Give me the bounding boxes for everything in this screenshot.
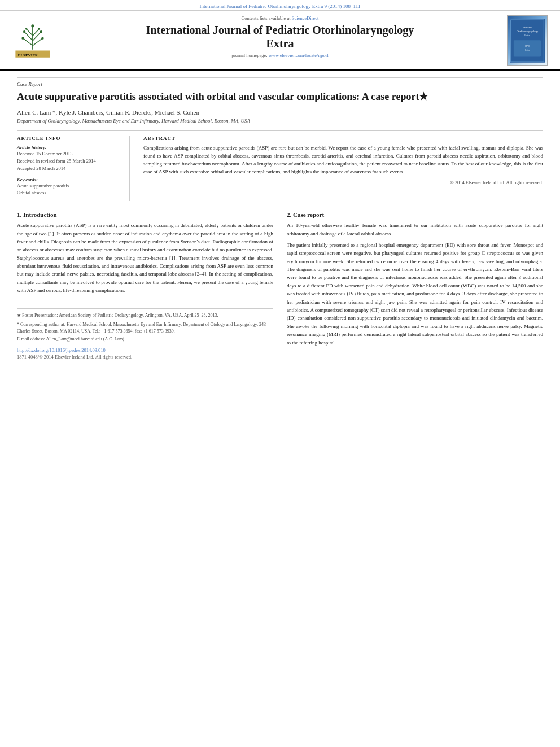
body-columns: 1. Introduction Acute suppurative paroti… [17,211,543,360]
keywords-label: Keywords: [17,177,121,182]
elsevier-logo-area: ELSEVIER [10,15,55,66]
footnote-section: ★ Poster Presentation: American Society … [17,308,273,360]
abstract-column: Abstract Complications arising from acut… [143,136,543,201]
main-content: Case Report Acute suppurative parotitis … [0,77,560,360]
article-history: Article history: Received 15 December 20… [17,145,121,172]
article-info-abstract-section: Article Info Article history: Received 1… [17,130,543,201]
cover-svg: Pediatric Otorhinolaryngology Extra IJPO… [510,15,545,66]
sciencedirect-link[interactable]: ScienceDirect [292,15,319,21]
history-label: Article history: [17,145,121,150]
svg-point-13 [38,28,41,30]
introduction-text: Acute suppurative parotitis (ASP) is a r… [17,221,273,295]
elsevier-logo-icon: ELSEVIER [13,21,53,60]
case-report-paragraph-2: The patient initially presented to a reg… [287,241,543,347]
article-info-column: Article Info Article history: Received 1… [17,136,130,201]
keywords-section: Keywords: Acute suppurative parotitis Or… [17,177,121,197]
issn-line: 1871-4048/© 2014 Elsevier Ireland Ltd. A… [17,354,273,360]
svg-text:Extra: Extra [525,49,530,51]
affiliation-line: Department of Otolaryngology, Massachuse… [17,118,543,124]
received-date-2: Received in revised form 25 March 2014 [17,158,121,165]
contents-line: Contents lists available at ScienceDirec… [61,15,499,21]
journal-title: International Journal of Pediatric Otorh… [61,23,499,50]
svg-text:IJPO: IJPO [525,45,530,47]
footnote-corresponding: * Corresponding author at: Harvard Medic… [17,321,273,335]
svg-point-10 [23,30,25,33]
case-report-heading: 2. Case report [287,211,543,218]
svg-line-3 [24,32,33,41]
svg-text:Pediatric: Pediatric [523,26,533,29]
section-label: Case Report [17,77,543,87]
svg-point-15 [41,37,43,39]
keyword-1: Acute suppurative parotitis [17,182,121,190]
svg-line-4 [33,32,41,41]
journal-cover-area: Pediatric Otorhinolaryngology Extra IJPO… [505,15,550,66]
footnote-email: E-mail address: Allen_Lam@meei.harvard.e… [17,336,273,343]
svg-text:Extra: Extra [524,34,531,37]
keyword-2: Orbital abscess [17,189,121,196]
journal-ref-text: International Journal of Pediatric Otorh… [200,3,361,9]
introduction-column: 1. Introduction Acute suppurative paroti… [17,211,273,360]
introduction-heading: 1. Introduction [17,211,273,218]
accepted-date: Accepted 28 March 2014 [17,165,121,172]
homepage-line: journal homepage: www.elsevier.com/locat… [61,53,499,58]
journal-center-info: Contents lists available at ScienceDirec… [55,15,505,66]
footnote-star: ★ Poster Presentation: American Society … [17,312,273,319]
svg-text:ELSEVIER: ELSEVIER [18,53,38,58]
case-report-column: 2. Case report An 18-year-old otherwise … [287,211,543,360]
abstract-text: Complications arising from acute suppura… [143,145,543,176]
svg-point-11 [40,30,42,33]
svg-point-14 [21,37,24,39]
doi-line[interactable]: http://dx.doi.org/10.1016/j.pedex.2014.0… [17,347,273,353]
journal-reference-bar: International Journal of Pediatric Otorh… [0,0,560,11]
case-report-paragraph-1: An 18-year-old otherwise healthy female … [287,221,543,238]
journal-cover-image: Pediatric Otorhinolaryngology Extra IJPO… [507,15,548,66]
received-date-1: Received 15 December 2013 [17,150,121,158]
abstract-heading: Abstract [143,136,543,141]
svg-text:Otorhinolaryngology: Otorhinolaryngology [517,30,539,33]
svg-point-12 [25,28,28,30]
svg-point-9 [31,24,34,27]
svg-rect-21 [514,40,541,56]
authors-line: Allen C. Lam *, Kyle J. Chambers, Gillia… [17,109,543,116]
article-info-heading: Article Info [17,136,121,141]
copyright-line: © 2014 Elsevier Ireland Ltd. All rights … [143,180,543,185]
journal-header: ELSEVIER Contents lists available at Sci… [0,11,560,71]
article-title: Acute suppurative parotitis associated w… [17,90,543,103]
